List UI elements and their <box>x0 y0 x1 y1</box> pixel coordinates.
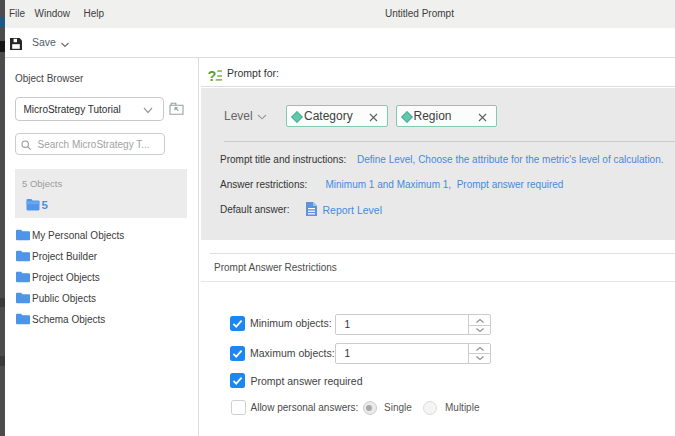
svg-text:?: ? <box>208 68 217 82</box>
